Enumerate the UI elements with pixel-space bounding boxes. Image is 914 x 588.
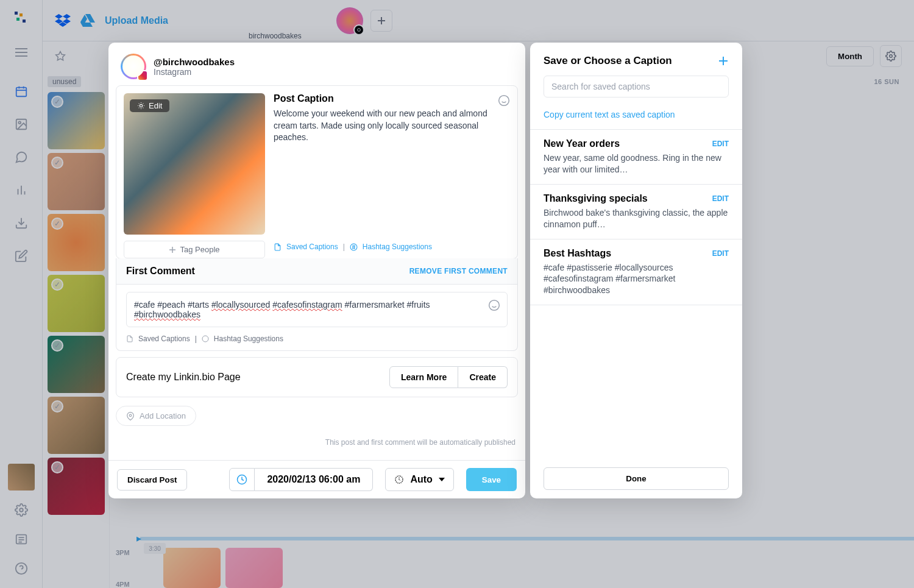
saved-captions-icon (274, 243, 282, 251)
saved-caption-item[interactable]: New Year orders EDIT New year, same old … (530, 130, 742, 185)
discard-button[interactable]: Discard Post (117, 469, 187, 491)
caption-label: Post Caption (274, 93, 334, 104)
caption-name: Best Hashtags (544, 248, 611, 259)
hashtag-icon (350, 243, 358, 251)
create-button[interactable]: Create (458, 366, 508, 388)
panel-title: Save or Choose a Caption (544, 55, 672, 67)
caption-preview: New year, same old goodness. Ring in the… (544, 152, 729, 175)
auto-dropdown[interactable]: Auto (385, 468, 453, 491)
instagram-badge-icon (137, 70, 148, 81)
hashtag-suggestions-link[interactable]: Hashtag Suggestions (363, 243, 432, 251)
add-caption-icon[interactable] (718, 55, 729, 66)
svg-point-40 (489, 300, 500, 311)
caption-name: New Year orders (544, 138, 620, 149)
edit-caption-link[interactable]: EDIT (712, 249, 729, 258)
save-button[interactable]: Save (466, 468, 517, 491)
svg-line-39 (354, 245, 355, 249)
caption-preview: Birchwood bake's thanksgiving classic, t… (544, 207, 729, 230)
saved-caption-item[interactable]: Thanksgiving specials EDIT Birchwood bak… (530, 185, 742, 239)
svg-point-43 (202, 336, 208, 342)
saved-captions-link[interactable]: Saved Captions (286, 243, 338, 251)
first-comment-card: First Comment REMOVE FIRST COMMENT #cafe… (116, 258, 518, 351)
hashtag-suggestions-link[interactable]: Hashtag Suggestions (214, 335, 283, 343)
copy-current-text-link[interactable]: Copy current text as saved caption (530, 106, 742, 129)
saved-caption-item[interactable]: Best Hashtags EDIT #cafe #pastisserie #l… (530, 239, 742, 306)
schedule-date-field[interactable]: 2020/02/13 06:00 am (255, 468, 373, 491)
account-avatar (121, 54, 146, 79)
emoji-icon[interactable] (488, 299, 500, 311)
edit-caption-link[interactable]: EDIT (712, 140, 729, 148)
first-comment-textarea[interactable]: #cafe #peach #tarts #locallysourced #caf… (126, 292, 508, 327)
caption-preview: #cafe #pastisserie #locallysources #cafe… (544, 262, 729, 297)
search-captions-input[interactable]: Search for saved captions (544, 76, 729, 97)
linkin-bio-card: Create my Linkin.bio Page Learn More Cre… (116, 357, 518, 397)
add-location-button[interactable]: Add Location (116, 406, 196, 426)
captions-panel: Save or Choose a Caption Search for save… (530, 43, 742, 498)
svg-line-38 (353, 245, 353, 249)
remove-first-comment-link[interactable]: REMOVE FIRST COMMENT (409, 267, 508, 275)
edit-caption-link[interactable]: EDIT (712, 194, 729, 203)
svg-point-44 (129, 414, 132, 417)
svg-point-32 (499, 96, 509, 106)
emoji-icon[interactable] (498, 94, 510, 107)
hashtag-icon (202, 335, 209, 342)
done-button[interactable]: Done (544, 467, 729, 490)
learn-more-button[interactable]: Learn More (389, 366, 458, 388)
modal-footer: Discard Post 2020/02/13 06:00 am Auto Sa… (108, 460, 525, 498)
tag-people-button[interactable]: Tag People (124, 241, 265, 258)
caption-name: Thanksgiving specials (544, 193, 648, 204)
platform-label: Instagram (154, 67, 235, 77)
edit-image-button[interactable]: Edit (130, 99, 169, 112)
saved-captions-link[interactable]: Saved Captions (138, 335, 190, 343)
linkin-label: Create my Linkin.bio Page (126, 372, 241, 383)
post-image[interactable]: Edit (124, 93, 265, 235)
caption-textarea[interactable]: Welcome your weekend with our new peach … (274, 108, 510, 144)
account-handle: @birchwoodbakes (154, 57, 235, 67)
svg-point-35 (350, 244, 357, 250)
auto-publish-note: This post and first comment will be auto… (116, 438, 518, 447)
schedule-clock-icon[interactable] (229, 468, 255, 491)
svg-point-29 (140, 104, 142, 107)
saved-captions-icon (126, 335, 133, 342)
post-editor-modal: @birchwoodbakes Instagram Edit Tag Peopl… (108, 43, 525, 498)
first-comment-label: First Comment (126, 266, 195, 277)
post-card: Edit Tag People Post Caption Welcome you… (116, 85, 518, 259)
